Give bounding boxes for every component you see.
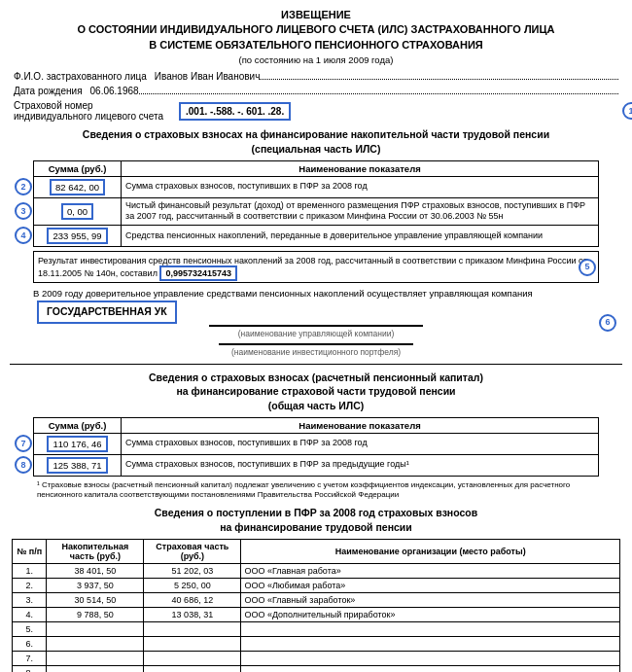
company-row: В 2009 году доверительное управление сре…: [33, 287, 599, 324]
row-org: ООО «Любимая работа»: [241, 578, 620, 592]
row-org: ООО «Главный заработок»: [241, 592, 620, 607]
table-row: 5.: [13, 621, 620, 636]
desc-cell: Сумма страховых взносов, поступивших в П…: [122, 454, 599, 476]
section2-header: Сведения о страховых взносах (расчетный …: [10, 371, 622, 413]
row-nakop: [47, 621, 144, 636]
desc-cell: Средства пенсионных накоплений, переданн…: [122, 225, 599, 246]
row-strah: [144, 621, 241, 636]
company-section: В 2009 году доверительное управление сре…: [33, 287, 599, 359]
row-badge: 8: [15, 456, 32, 474]
snils-row: Страховой номер индивидуального лицевого…: [10, 100, 622, 122]
amount-value: 125 388, 71: [47, 457, 107, 474]
table-row: 2 82 642, 00 Сумма страховых взносов, по…: [34, 176, 599, 197]
col-name-header: Наименование показателя: [122, 160, 599, 176]
row-org: ООО «Главная работа»: [241, 563, 620, 578]
table-row: 3. 30 514, 50 40 686, 12 ООО «Главный за…: [13, 592, 620, 607]
row-nakop: 9 788, 50: [47, 607, 144, 621]
section1-header: Сведения о страховых взносах на финансир…: [10, 127, 622, 156]
col-name-header2: Наименование показателя: [122, 417, 599, 433]
invest-result-text: Результат инвестирования средств пенсион…: [38, 256, 587, 278]
amount-value: 110 176, 46: [47, 436, 107, 452]
row-nakop: [47, 651, 144, 665]
fio-label: Ф.И.О. застрахованного лица: [14, 71, 147, 82]
row-badge: 2: [15, 178, 32, 195]
main-title-line3: В СИСТЕМЕ ОБЯЗАТЕЛЬНОГО ПЕНСИОННОГО СТРА…: [10, 38, 622, 53]
row-num: 5.: [13, 621, 47, 636]
company-sublabel1: (наименование управляющей компании): [209, 326, 423, 340]
table-row: 7 110 176, 46 Сумма страховых взносов, п…: [34, 433, 599, 454]
snils-label: Страховой номер индивидуального лицевого…: [14, 100, 169, 122]
row-strah: 40 686, 12: [144, 592, 241, 607]
row-num: 1.: [13, 563, 47, 578]
row-strah: 51 202, 03: [144, 563, 241, 578]
row-num: 6.: [13, 636, 47, 651]
row-org: ООО «Дополнительный приработок»: [241, 607, 620, 621]
row-nakop: [47, 665, 144, 672]
main-title-line4: (по состоянию на 1 июля 2009 года): [10, 54, 622, 65]
main-title-line2: О СОСТОЯНИИ ИНДИВИДУАЛЬНОГО ЛИЦЕВОГО СЧЕ…: [10, 22, 622, 37]
row-nakop: 30 514, 50: [47, 592, 144, 607]
badge-6: 6: [599, 314, 616, 332]
table-row: 4 233 955, 99 Средства пенсионных накопл…: [34, 225, 599, 246]
desc-cell: Сумма страховых взносов, поступивших в П…: [122, 176, 599, 197]
col-sum-header2: Сумма (руб.): [34, 417, 122, 433]
row-org: [241, 636, 620, 651]
snils-value: .001. -.588. -. 601. .28.: [179, 102, 291, 121]
dob-row: Дата рождения 06.06.1968: [10, 86, 622, 96]
col-num-hdr: № п/п: [13, 539, 47, 563]
main-title-line1: ИЗВЕЩЕНИЕ: [10, 8, 622, 22]
section3-table: № п/п Накопительная часть (руб.) Страхов…: [12, 539, 620, 672]
footnote: ¹ Страховые взносы (расчетный пенсионный…: [33, 480, 599, 501]
company-value: ГОСУДАРСТВЕННАЯ УК: [37, 301, 177, 324]
badge-1: 1: [622, 102, 632, 120]
row-org: [241, 621, 620, 636]
row-nakop: [47, 636, 144, 651]
fio-value: Иванов Иван Иванович: [155, 71, 261, 82]
dob-value: 06.06.1968: [90, 86, 139, 96]
badge-5: 5: [579, 259, 596, 276]
dob-label: Дата рождения: [14, 86, 83, 96]
company-text: В 2009 году доверительное управление сре…: [33, 287, 533, 301]
row-strah: 13 038, 31: [144, 607, 241, 621]
company-sublabel2: (наименование инвестиционного портфеля): [219, 344, 413, 359]
table-row: 7.: [13, 651, 620, 665]
invest-result-value: 0,995732415743: [159, 265, 237, 281]
row-num: 3.: [13, 592, 47, 607]
table-row: 1. 38 401, 50 51 202, 03 ООО «Главная ра…: [13, 563, 620, 578]
table-row: 2. 3 937, 50 5 250, 00 ООО «Любимая рабо…: [13, 578, 620, 592]
row-org: [241, 665, 620, 672]
row-num: 7.: [13, 651, 47, 665]
col-strah-hdr: Страховая часть (руб.): [144, 539, 241, 563]
amount-value: 0, 00: [61, 203, 93, 220]
section3-header: Сведения о поступлении в ПФР за 2008 год…: [10, 506, 622, 534]
section2-table: Сумма (руб.) Наименование показателя 7 1…: [33, 417, 599, 477]
section1-table: Сумма (руб.) Наименование показателя 2 8…: [33, 160, 599, 247]
row-num: 8.: [13, 665, 47, 672]
table-row: 8.: [13, 665, 620, 672]
row-nakop: 3 937, 50: [47, 578, 144, 592]
row-strah: [144, 665, 241, 672]
row-num: 2.: [13, 578, 47, 592]
row-nakop: 38 401, 50: [47, 563, 144, 578]
row-org: [241, 651, 620, 665]
invest-result-row: Результат инвестирования средств пенсион…: [33, 251, 599, 283]
row-strah: [144, 636, 241, 651]
amount-value: 233 955, 99: [47, 228, 107, 244]
table-row: 4. 9 788, 50 13 038, 31 ООО «Дополнитель…: [13, 607, 620, 621]
row-badge: 3: [15, 202, 32, 220]
row-badge: 7: [15, 435, 32, 452]
row-badge: 4: [15, 227, 32, 244]
col-nakop-hdr: Накопительная часть (руб.): [47, 539, 144, 563]
table-row: 6.: [13, 636, 620, 651]
title-block: ИЗВЕЩЕНИЕ О СОСТОЯНИИ ИНДИВИДУАЛЬНОГО ЛИ…: [10, 8, 622, 65]
table-row: 3 0, 00 Чистый финансовый результат (дох…: [34, 197, 599, 225]
row-num: 4.: [13, 607, 47, 621]
desc-cell: Чистый финансовый результат (доход) от в…: [122, 197, 599, 225]
amount-value: 82 642, 00: [50, 179, 105, 195]
desc-cell: Сумма страховых взносов, поступивших в П…: [122, 433, 599, 454]
col-org-hdr: Наименование организации (место работы): [241, 539, 620, 563]
row-strah: [144, 651, 241, 665]
table-row: 8 125 388, 71 Сумма страховых взносов, п…: [34, 454, 599, 476]
fio-row: Ф.И.О. застрахованного лица Иванов Иван …: [10, 71, 622, 82]
row-strah: 5 250, 00: [144, 578, 241, 592]
